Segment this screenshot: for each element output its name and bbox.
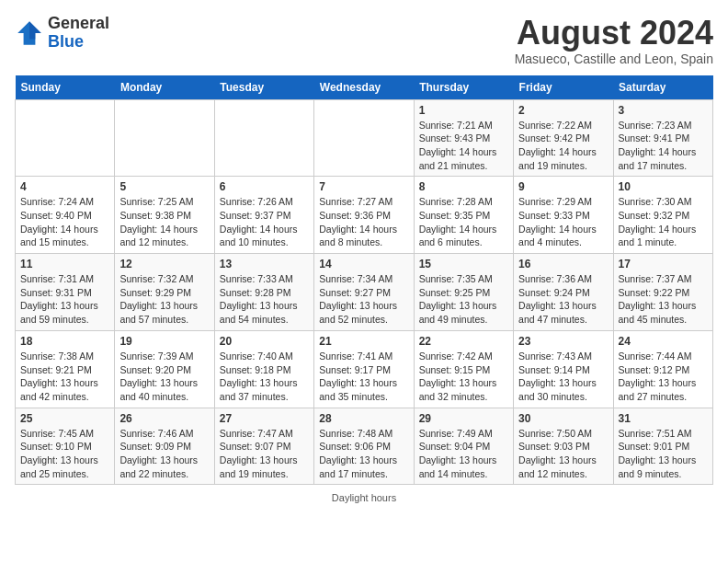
day-info: Sunrise: 7:23 AM Sunset: 9:41 PM Dayligh… [619,119,708,173]
month-year: August 2024 [515,15,713,52]
day-info: Sunrise: 7:51 AM Sunset: 9:01 PM Dayligh… [619,427,708,481]
day-cell: 29Sunrise: 7:49 AM Sunset: 9:04 PM Dayli… [414,408,513,485]
day-number: 28 [319,412,408,425]
location: Masueco, Castille and Leon, Spain [515,52,713,66]
day-info: Sunrise: 7:50 AM Sunset: 9:03 PM Dayligh… [518,427,608,481]
day-cell [115,99,214,177]
day-cell: 5Sunrise: 7:25 AM Sunset: 9:38 PM Daylig… [115,177,214,254]
day-info: Sunrise: 7:32 AM Sunset: 9:29 PM Dayligh… [119,272,209,327]
day-cell: 8Sunrise: 7:28 AM Sunset: 9:35 PM Daylig… [414,177,513,254]
day-number: 7 [319,180,408,193]
day-cell: 13Sunrise: 7:33 AM Sunset: 9:28 PM Dayli… [214,254,313,331]
header: General Blue August 2024 Masueco, Castil… [15,15,713,66]
calendar-body: 1Sunrise: 7:21 AM Sunset: 9:43 PM Daylig… [16,99,713,485]
day-cell: 14Sunrise: 7:34 AM Sunset: 9:27 PM Dayli… [314,254,414,331]
day-info: Sunrise: 7:49 AM Sunset: 9:04 PM Dayligh… [419,427,508,481]
day-number: 21 [319,335,408,348]
day-cell: 16Sunrise: 7:36 AM Sunset: 9:24 PM Dayli… [514,254,613,331]
day-cell: 18Sunrise: 7:38 AM Sunset: 9:21 PM Dayli… [16,330,115,408]
day-cell: 19Sunrise: 7:39 AM Sunset: 9:20 PM Dayli… [115,330,214,408]
day-cell: 6Sunrise: 7:26 AM Sunset: 9:37 PM Daylig… [214,177,313,254]
day-info: Sunrise: 7:47 AM Sunset: 9:07 PM Dayligh… [220,427,309,481]
day-cell [314,99,414,177]
day-info: Sunrise: 7:41 AM Sunset: 9:17 PM Dayligh… [319,350,408,404]
day-info: Sunrise: 7:36 AM Sunset: 9:24 PM Dayligh… [518,272,608,327]
day-cell: 12Sunrise: 7:32 AM Sunset: 9:29 PM Dayli… [115,254,214,331]
title-block: August 2024 Masueco, Castille and Leon, … [515,15,713,66]
day-number: 31 [619,412,708,425]
week-row-4: 18Sunrise: 7:38 AM Sunset: 9:21 PM Dayli… [16,330,713,408]
day-cell: 26Sunrise: 7:46 AM Sunset: 9:09 PM Dayli… [115,408,214,485]
day-info: Sunrise: 7:33 AM Sunset: 9:28 PM Dayligh… [220,272,309,327]
day-cell: 28Sunrise: 7:48 AM Sunset: 9:06 PM Dayli… [314,408,414,485]
weekday-header-row: SundayMondayTuesdayWednesdayThursdayFrid… [16,75,713,100]
day-info: Sunrise: 7:24 AM Sunset: 9:40 PM Dayligh… [20,195,109,249]
day-number: 2 [518,104,608,117]
day-cell: 15Sunrise: 7:35 AM Sunset: 9:25 PM Dayli… [414,254,513,331]
day-info: Sunrise: 7:28 AM Sunset: 9:35 PM Dayligh… [419,195,508,249]
day-number: 26 [119,412,209,425]
day-cell: 31Sunrise: 7:51 AM Sunset: 9:01 PM Dayli… [613,408,712,485]
day-info: Sunrise: 7:35 AM Sunset: 9:25 PM Dayligh… [419,272,508,327]
logo-icon [15,18,44,48]
week-row-2: 4Sunrise: 7:24 AM Sunset: 9:40 PM Daylig… [16,177,713,254]
day-cell: 3Sunrise: 7:23 AM Sunset: 9:41 PM Daylig… [613,99,712,177]
day-cell [214,99,313,177]
day-number: 14 [319,258,408,270]
day-info: Sunrise: 7:30 AM Sunset: 9:32 PM Dayligh… [619,195,708,249]
logo: General Blue [15,15,109,52]
calendar-table: SundayMondayTuesdayWednesdayThursdayFrid… [15,75,713,486]
week-row-1: 1Sunrise: 7:21 AM Sunset: 9:43 PM Daylig… [16,99,713,177]
day-number: 19 [119,335,209,348]
day-cell: 27Sunrise: 7:47 AM Sunset: 9:07 PM Dayli… [214,408,313,485]
day-cell: 17Sunrise: 7:37 AM Sunset: 9:22 PM Dayli… [613,254,712,331]
week-row-3: 11Sunrise: 7:31 AM Sunset: 9:31 PM Dayli… [16,254,713,331]
day-cell: 20Sunrise: 7:40 AM Sunset: 9:18 PM Dayli… [214,330,313,408]
day-cell: 25Sunrise: 7:45 AM Sunset: 9:10 PM Dayli… [16,408,115,485]
day-number: 3 [619,104,708,117]
day-info: Sunrise: 7:29 AM Sunset: 9:33 PM Dayligh… [518,195,608,249]
day-info: Sunrise: 7:25 AM Sunset: 9:38 PM Dayligh… [119,195,209,249]
day-number: 5 [119,180,209,193]
day-info: Sunrise: 7:34 AM Sunset: 9:27 PM Dayligh… [319,272,408,327]
weekday-monday: Monday [115,75,214,100]
day-info: Sunrise: 7:43 AM Sunset: 9:14 PM Dayligh… [518,350,608,404]
day-number: 17 [619,258,708,270]
week-row-5: 25Sunrise: 7:45 AM Sunset: 9:10 PM Dayli… [16,408,713,485]
day-number: 20 [220,335,309,348]
day-info: Sunrise: 7:48 AM Sunset: 9:06 PM Dayligh… [319,427,408,481]
logo-line1: General [48,15,109,33]
day-info: Sunrise: 7:39 AM Sunset: 9:20 PM Dayligh… [119,350,209,404]
weekday-friday: Friday [514,75,613,100]
day-number: 27 [220,412,309,425]
day-number: 22 [419,335,508,348]
day-number: 23 [518,335,608,348]
day-cell: 7Sunrise: 7:27 AM Sunset: 9:36 PM Daylig… [314,177,414,254]
day-number: 16 [518,258,608,270]
weekday-sunday: Sunday [16,75,115,100]
day-info: Sunrise: 7:37 AM Sunset: 9:22 PM Dayligh… [619,272,708,327]
day-number: 4 [20,180,109,193]
day-cell: 21Sunrise: 7:41 AM Sunset: 9:17 PM Dayli… [314,330,414,408]
day-number: 30 [518,412,608,425]
day-cell: 4Sunrise: 7:24 AM Sunset: 9:40 PM Daylig… [16,177,115,254]
day-cell: 9Sunrise: 7:29 AM Sunset: 9:33 PM Daylig… [514,177,613,254]
day-number: 1 [419,104,508,117]
day-cell: 10Sunrise: 7:30 AM Sunset: 9:32 PM Dayli… [613,177,712,254]
day-number: 6 [220,180,309,193]
day-info: Sunrise: 7:40 AM Sunset: 9:18 PM Dayligh… [220,350,309,404]
day-number: 18 [20,335,109,348]
day-info: Sunrise: 7:42 AM Sunset: 9:15 PM Dayligh… [419,350,508,404]
day-number: 10 [619,180,708,193]
day-info: Sunrise: 7:31 AM Sunset: 9:31 PM Dayligh… [20,272,109,327]
day-info: Sunrise: 7:21 AM Sunset: 9:43 PM Dayligh… [419,119,508,173]
day-cell: 30Sunrise: 7:50 AM Sunset: 9:03 PM Dayli… [514,408,613,485]
weekday-tuesday: Tuesday [214,75,313,100]
logo-line2: Blue [48,33,109,52]
weekday-saturday: Saturday [613,75,712,100]
day-info: Sunrise: 7:44 AM Sunset: 9:12 PM Dayligh… [619,350,708,404]
day-number: 24 [619,335,708,348]
day-number: 25 [20,412,109,425]
weekday-wednesday: Wednesday [314,75,414,100]
weekday-thursday: Thursday [414,75,513,100]
